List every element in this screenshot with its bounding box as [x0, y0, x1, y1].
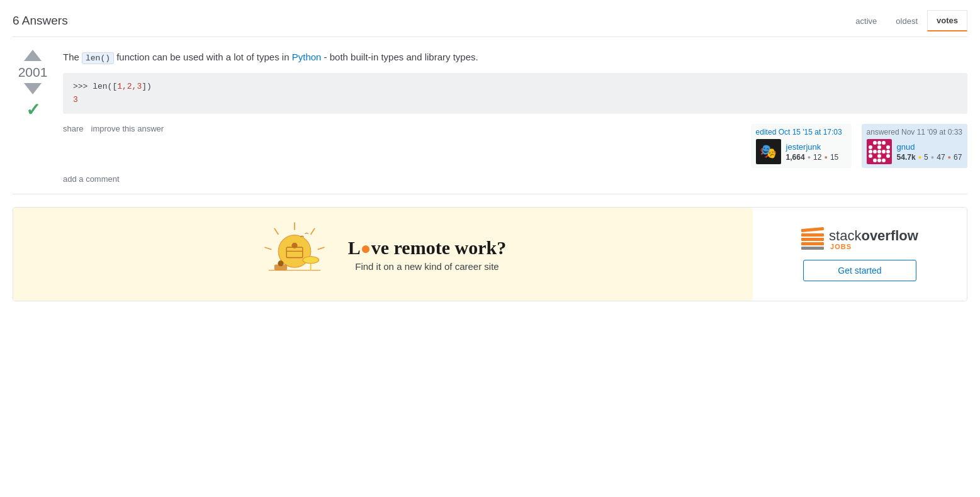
so-stack: stack [829, 228, 861, 243]
text-rest: - both built-in types and library types. [321, 52, 478, 62]
answerer-rep-score: 54.7k [897, 153, 916, 162]
answerer-name: gnud [897, 142, 962, 152]
code-line-2: 3 [73, 94, 957, 107]
python-link[interactable]: Python [292, 52, 322, 62]
answerer-card-inner: gnud 54.7k ● 5 ● 47 ● 67 [867, 139, 962, 164]
answer-actions: share improve this answer [63, 124, 164, 133]
editor-silver-dot: ● [808, 154, 811, 160]
answerer-silver-dot: ● [931, 154, 934, 160]
answerer-profile-link[interactable]: gnud [897, 142, 915, 152]
code-block: >>> len([1,2,3]) 3 [63, 73, 967, 114]
so-overflow: overflow [861, 228, 918, 243]
downvote-arrow[interactable] [24, 83, 42, 94]
improve-link[interactable]: improve this answer [91, 124, 164, 133]
svg-line-1 [311, 228, 315, 235]
svg-point-13 [278, 260, 283, 266]
editor-bronze-count: 15 [830, 153, 838, 162]
svg-line-3 [274, 228, 278, 235]
user-cards: edited Oct 15 '15 at 17:03 🎭 jesterjunk [751, 124, 967, 168]
sort-tabs: active oldest votes [846, 10, 967, 31]
share-link[interactable]: share [63, 124, 84, 133]
svg-point-11 [303, 257, 319, 264]
so-logo-text-wrapper: stackoverflow JOBS [829, 229, 918, 250]
vote-count: 2001 [18, 64, 48, 81]
ad-text-area: L●ve remote work? Find it on a new kind … [348, 237, 506, 272]
answerer-rep: 54.7k ● 5 ● 47 ● 67 [897, 153, 962, 162]
ad-subtext: Find it on a new kind of career site [348, 261, 506, 272]
accepted-checkmark: ✓ [26, 99, 40, 120]
upvote-arrow[interactable] [24, 50, 42, 61]
tab-oldest[interactable]: oldest [886, 11, 927, 31]
answerer-label-text: answered Nov 11 '09 at 0:33 [867, 128, 962, 137]
ad-right: stackoverflow JOBS Get started [753, 208, 967, 301]
svg-point-8 [291, 243, 297, 248]
answer-block: 2001 ✓ The len() function can be used wi… [13, 37, 967, 194]
answer-text: The len() function can be used with a lo… [63, 50, 967, 65]
vote-column: 2001 ✓ [13, 50, 63, 184]
editor-label: edited Oct 15 '15 at 17:03 [756, 128, 847, 137]
divider [13, 194, 967, 194]
ad-illustration [260, 220, 329, 289]
answerer-info: gnud 54.7k ● 5 ● 47 ● 67 [897, 142, 962, 162]
code-inline: len() [82, 52, 114, 64]
so-logo-text: stackoverflow [829, 229, 918, 243]
add-comment[interactable]: add a comment [63, 174, 967, 184]
editor-rep-score: 1,664 [786, 153, 805, 162]
ad-left: L●ve remote work? Find it on a new kind … [13, 208, 753, 301]
editor-card-inner: 🎭 jesterjunk 1,664 ● 12 ● [756, 139, 847, 164]
editor-bronze-dot: ● [824, 154, 827, 160]
answers-count: 6 Answers [13, 14, 68, 28]
answerer-card: answered Nov 11 '09 at 0:33 [862, 124, 967, 168]
tab-votes[interactable]: votes [927, 10, 967, 31]
editor-card: edited Oct 15 '15 at 17:03 🎭 jesterjunk [751, 124, 852, 168]
tab-active[interactable]: active [846, 11, 886, 31]
editor-edit-link[interactable]: edited Oct 15 '15 at 17:03 [756, 128, 842, 137]
editor-rep: 1,664 ● 12 ● 15 [786, 153, 839, 162]
answerer-gold-dot: ● [918, 154, 921, 160]
editor-info: jesterjunk 1,664 ● 12 ● 15 [786, 142, 839, 162]
svg-line-2 [318, 247, 325, 250]
answerer-silver-count: 47 [937, 153, 945, 162]
ad-banner: L●ve remote work? Find it on a new kind … [13, 207, 967, 301]
answerer-bronze-count: 67 [954, 153, 962, 162]
editor-silver-count: 12 [813, 153, 821, 162]
answerer-bronze-dot: ● [948, 154, 951, 160]
avatar-grid [869, 141, 890, 162]
get-started-button[interactable]: Get started [803, 260, 916, 281]
svg-line-4 [264, 247, 271, 250]
so-logo: stackoverflow JOBS [801, 227, 918, 252]
editor-name: jesterjunk [786, 142, 839, 152]
code-line-1: >>> len([1,2,3]) [73, 81, 957, 94]
editor-profile-link[interactable]: jesterjunk [786, 142, 821, 152]
answerer-avatar [867, 139, 892, 164]
so-jobs-label: JOBS [830, 243, 918, 250]
editor-avatar: 🎭 [756, 139, 781, 164]
text-before: The [63, 52, 82, 62]
answers-header: 6 Answers active oldest votes [13, 0, 967, 37]
so-logo-icon [801, 227, 824, 252]
answer-content: The len() function can be used with a lo… [63, 50, 967, 184]
ad-headline: L●ve remote work? [348, 237, 506, 259]
answerer-gold-count: 5 [924, 153, 928, 162]
answerer-label: answered Nov 11 '09 at 0:33 [867, 128, 962, 137]
text-after: function can be used with a lot of types… [114, 52, 292, 62]
answer-meta: share improve this answer edited Oct 15 … [63, 124, 967, 168]
